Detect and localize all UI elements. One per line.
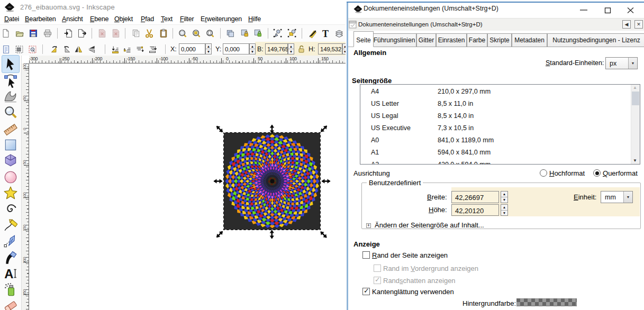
svg-text:T: T — [322, 29, 329, 38]
svg-text:A: A — [4, 267, 13, 281]
